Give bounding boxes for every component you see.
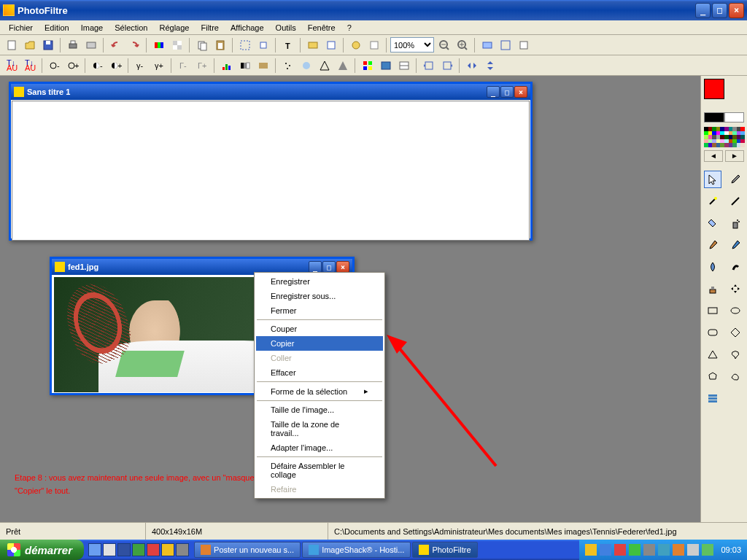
histogram-button[interactable] [218,57,235,74]
flip-h-button[interactable] [463,57,480,74]
line-tool[interactable] [727,192,744,210]
resize-button[interactable] [236,36,253,53]
ql-icon-6[interactable] [161,543,174,556]
zoom-select[interactable]: 100% [390,37,434,52]
task-imageshack[interactable]: ImageShack® - Hosti... [302,542,411,558]
menu-selection[interactable]: Sélection [109,22,153,34]
tray-icon[interactable] [658,544,670,556]
transparency-button[interactable] [169,36,185,53]
rotate-right-button[interactable] [438,57,455,74]
ellipse-shape-tool[interactable] [727,302,744,319]
ctx-defaire[interactable]: Défaire Assembler le collage [256,459,383,482]
gamma-plus-button[interactable]: γ+ [150,57,167,74]
rgb-button[interactable] [150,36,167,53]
polygon-tool[interactable] [704,368,721,385]
tb-btn-f[interactable] [497,36,514,53]
window-blank-titlebar[interactable]: Sans titre 1 _ □ × [11,84,530,100]
sat-plus-button[interactable]: Γ+ [193,57,210,74]
ctx-refaire[interactable]: Refaire [256,482,383,497]
lasso-tool[interactable] [727,346,744,363]
ctx-effacer[interactable]: Effacer [256,365,383,380]
child-maximize-button[interactable]: □ [500,86,514,98]
scan-button[interactable] [82,36,99,53]
flip-v-button[interactable] [481,57,498,74]
sat-minus-button[interactable]: Γ- [175,57,192,74]
ctx-forme-selection[interactable]: Forme de la sélection▸ [256,384,383,399]
tray-icon[interactable] [585,544,597,556]
contrast-minus-button[interactable]: - [89,57,106,74]
open-button[interactable] [21,36,38,53]
mini-swatch-black[interactable] [704,112,724,122]
rounded-rect-tool[interactable] [704,324,721,341]
sharpen-button[interactable] [316,57,333,74]
menu-image[interactable]: Image [75,22,109,34]
task-poster[interactable]: Poster un nouveau s... [194,542,301,558]
ctx-fermer[interactable]: Fermer [256,303,383,318]
ctx-coller[interactable]: Coller [256,351,383,365]
save-button[interactable] [39,36,56,53]
paste-button[interactable] [212,36,228,53]
undo-button[interactable] [107,36,124,53]
module-button[interactable] [395,57,412,74]
tb-btn-a[interactable] [304,36,321,53]
fill-tool[interactable] [704,214,721,232]
tb-btn-d[interactable] [365,36,382,53]
contrast-plus-button[interactable]: + [107,57,124,74]
minimize-button[interactable]: _ [695,3,711,18]
ctx-copier[interactable]: Copier [256,336,383,351]
tray-icon[interactable] [614,544,626,556]
tb-btn-e[interactable] [479,36,495,53]
redo-button[interactable] [125,36,142,53]
zoom-in-button[interactable] [454,36,471,53]
dust-button[interactable] [279,57,296,74]
ql-icon-4[interactable] [132,543,145,556]
ctx-enregistrer[interactable]: Enregistrer [256,274,383,289]
ql-icon-2[interactable] [103,543,116,556]
selection-tool[interactable] [704,171,721,188]
start-button[interactable]: démarrer [0,540,84,560]
menu-help[interactable]: ? [341,22,357,34]
tray-icon[interactable] [687,544,699,556]
palette-next-button[interactable]: ► [725,150,744,162]
blur-tool[interactable] [704,258,721,276]
wand-tool[interactable] [704,192,721,210]
child-close-button[interactable]: × [336,261,349,273]
palette-prev-button[interactable]: ◄ [704,150,723,162]
tray-icon[interactable] [643,544,655,556]
copy-button[interactable] [193,36,210,53]
menu-outils[interactable]: Outils [270,22,302,34]
menu-affichage[interactable]: Affichage [225,22,270,34]
smudge-tool[interactable] [727,258,744,276]
blur-button[interactable] [298,57,314,74]
window-blank[interactable]: Sans titre 1 _ □ × [9,82,533,241]
options-tool[interactable] [704,389,721,407]
sepia-button[interactable] [255,57,271,74]
ctx-enregistrer-sous[interactable]: Enregistrer sous... [256,289,383,303]
photomask-button[interactable] [377,57,394,74]
variation-button[interactable] [359,57,376,74]
zoom-out-button[interactable] [436,36,452,53]
ctx-couper[interactable]: Couper [256,322,383,336]
mini-swatch-white[interactable] [724,112,745,122]
menu-reglage[interactable]: Réglage [154,22,196,34]
tb-btn-c[interactable] [347,36,364,53]
tb-btn-g[interactable] [515,36,532,53]
brightness-plus-button[interactable]: + [64,57,81,74]
ql-icon-5[interactable] [147,543,160,556]
free-shape-tool[interactable] [727,368,744,385]
scroll-tool[interactable] [727,280,744,298]
print-button[interactable] [64,36,81,53]
rect-shape-tool[interactable] [704,302,721,319]
child-close-button[interactable]: × [514,86,527,98]
ql-icon-7[interactable] [176,543,189,556]
ctx-adapter[interactable]: Adapter l'image... [256,440,383,455]
relief-button[interactable] [334,57,351,74]
menu-fenetre[interactable]: Fenêtre [302,22,341,34]
child-minimize-button[interactable]: _ [309,261,322,273]
child-minimize-button[interactable]: _ [487,86,500,98]
brush-tool[interactable] [704,236,721,254]
grayscale-button[interactable] [236,57,253,74]
ql-icon-1[interactable] [88,543,101,556]
spray-tool[interactable] [727,214,744,232]
text-button[interactable]: T [279,36,296,53]
